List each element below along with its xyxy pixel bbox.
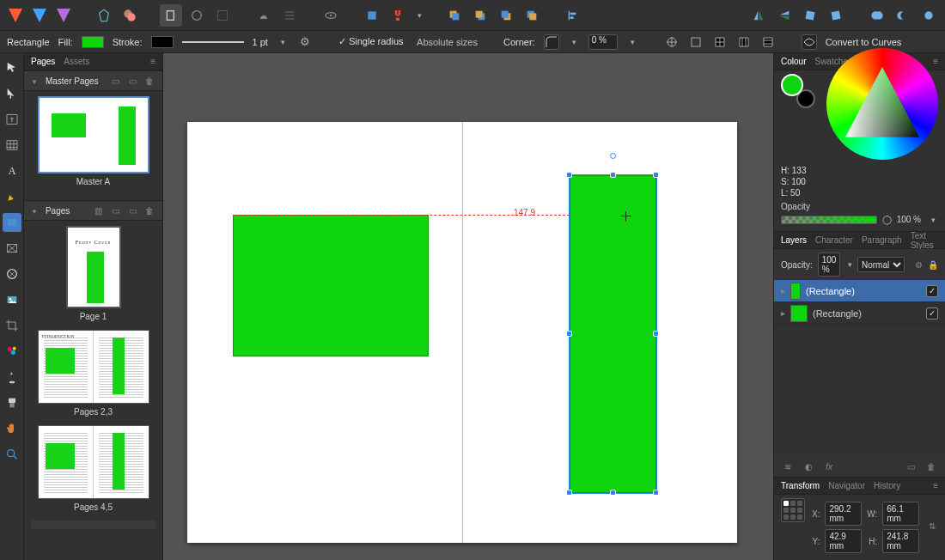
add-layer-button[interactable]: ▭ [904, 460, 918, 473]
absolute-sizes-checkbox[interactable]: Absolute sizes [412, 37, 478, 47]
align-tl-button[interactable] [664, 34, 680, 50]
bool-int-button[interactable] [918, 4, 940, 27]
node-tool[interactable] [3, 84, 21, 103]
fill-stroke-swatch[interactable] [781, 74, 815, 108]
convert-icon[interactable] [802, 34, 817, 50]
transform-y-input[interactable]: 42.9 mm [825, 529, 862, 553]
rotate-ccw-button[interactable] [799, 4, 821, 27]
snapping-menu[interactable]: ▾ [414, 11, 424, 20]
rectangle-tool[interactable] [3, 213, 21, 232]
layer-visibility-toggle[interactable]: ✓ [926, 307, 938, 320]
page-1-thumb[interactable]: Front Cover [66, 226, 121, 308]
bool-add-button[interactable] [866, 4, 888, 27]
opacity-slider[interactable] [781, 216, 877, 224]
context-convert-button[interactable]: Convert to Curves [826, 37, 902, 47]
flip-h-button[interactable] [747, 4, 770, 27]
layer-row[interactable]: ▸(Rectangle)✓ [774, 302, 945, 325]
opacity-value[interactable]: 100 % [897, 215, 921, 224]
link-wh-button[interactable]: ⇅ [926, 520, 938, 532]
stroke-width-slider[interactable] [182, 41, 244, 43]
arrange-backward-button[interactable] [495, 4, 517, 27]
preflight-button[interactable] [160, 4, 182, 27]
single-radius-checkbox[interactable]: ✓ Single radius [338, 36, 404, 47]
master-a-thumb[interactable] [38, 96, 149, 173]
transform-w-input[interactable]: 66.1 mm [882, 502, 919, 526]
art-text-tool[interactable]: A [3, 161, 21, 180]
pan-tool[interactable] [3, 419, 21, 438]
tab-assets[interactable]: Assets [64, 57, 89, 66]
layer-adjust-button[interactable]: ◐ [802, 460, 815, 473]
spread-view-button[interactable]: ▥ [92, 204, 104, 216]
fill-swatch[interactable] [82, 36, 104, 48]
layer-opacity-value[interactable]: 100 % [818, 253, 841, 277]
transform-panel-menu[interactable]: ≡ [933, 481, 938, 490]
tab-pages[interactable]: Pages [31, 57, 55, 66]
baseline-button[interactable] [186, 4, 208, 27]
arrange-front-button[interactable] [521, 4, 543, 27]
tab-transform[interactable]: Transform [781, 481, 820, 490]
artboard-master[interactable]: 147.9 [187, 122, 737, 543]
layer-visibility-toggle[interactable]: ✓ [926, 285, 938, 297]
layer-settings-button[interactable]: ⚙ [915, 259, 923, 271]
asset-tool[interactable] [3, 265, 21, 283]
dup-page-button[interactable]: ▭ [126, 204, 138, 216]
tab-character[interactable]: Character [815, 235, 853, 245]
picture-frame-tool[interactable] [3, 239, 21, 258]
colour-triangle[interactable] [845, 67, 919, 141]
bool-sub-button[interactable] [892, 4, 914, 27]
move-tool[interactable] [3, 58, 21, 77]
flow-button[interactable] [278, 4, 301, 27]
layer-effects-button[interactable]: ≋ [781, 460, 795, 473]
add-master-button[interactable]: ▭ [109, 75, 121, 87]
layer-row[interactable]: ▸(Rectangle)✓ [774, 280, 945, 302]
add-page-button[interactable]: ▭ [109, 204, 121, 216]
stroke-width-value[interactable]: 1 pt [253, 37, 268, 47]
tab-paragraph[interactable]: Paragraph [862, 235, 902, 245]
delete-layer-button[interactable]: 🗑 [924, 460, 938, 473]
stroke-width-menu[interactable]: ▾ [278, 38, 289, 46]
anchor-button[interactable] [253, 4, 275, 27]
canvas-rectangle-left[interactable] [233, 215, 429, 356]
arrange-forward-button[interactable] [443, 4, 466, 27]
fill-tool[interactable] [3, 368, 21, 387]
corner-pct-input[interactable]: 0 % [588, 34, 618, 50]
tab-navigator[interactable]: Navigator [828, 481, 865, 490]
pen-tool[interactable] [3, 187, 21, 206]
transparency-tool[interactable] [3, 393, 21, 412]
zoom-tool[interactable] [3, 445, 21, 464]
anchor-grid[interactable] [781, 498, 805, 522]
delete-page-button[interactable]: 🗑 [143, 204, 155, 216]
persona-photo[interactable] [53, 5, 74, 26]
layer-lock-button[interactable]: 🔒 [928, 259, 938, 271]
preferences-button[interactable] [119, 4, 141, 27]
pages-panel-menu[interactable]: ≡ [150, 57, 155, 66]
align-cc-button[interactable] [760, 34, 776, 50]
align-cl-button[interactable] [736, 34, 752, 50]
dup-master-button[interactable]: ▭ [126, 75, 138, 87]
preview-mode-button[interactable] [320, 4, 342, 27]
canvas[interactable]: 147.9 [163, 53, 773, 560]
clip-canvas-button[interactable] [361, 4, 383, 27]
grid-button[interactable] [211, 4, 234, 27]
pages-45-thumb[interactable] [38, 425, 149, 499]
table-tool[interactable] [3, 136, 21, 155]
transform-x-input[interactable]: 290.2 mm [825, 502, 862, 526]
transform-h-input[interactable]: 241.8 mm [882, 529, 919, 553]
align-tc-button[interactable] [688, 34, 704, 50]
persona-designer[interactable] [29, 5, 50, 26]
colour-panel-menu[interactable]: ≡ [933, 57, 938, 66]
master-pages-header[interactable]: Master Pages ▭ ▭ 🗑 [24, 70, 162, 91]
pages-23-thumb[interactable]: INTRODUCTION [38, 330, 149, 404]
stroke-settings-button[interactable]: ⚙ [297, 34, 313, 50]
corner-type-button[interactable] [544, 34, 559, 50]
rotate-cw-button[interactable] [825, 4, 847, 27]
pages-header[interactable]: Pages ▥ ▭ ▭ 🗑 [24, 200, 162, 221]
tab-colour[interactable]: Colour [781, 57, 806, 66]
tab-textstyles[interactable]: Text Styles [911, 231, 934, 250]
flip-v-button[interactable] [773, 4, 796, 27]
brush-tool[interactable] [3, 342, 21, 361]
delete-master-button[interactable]: 🗑 [143, 75, 155, 87]
arrange-back-button[interactable] [469, 4, 491, 27]
tab-layers[interactable]: Layers [781, 235, 807, 245]
stroke-swatch[interactable] [151, 36, 174, 48]
